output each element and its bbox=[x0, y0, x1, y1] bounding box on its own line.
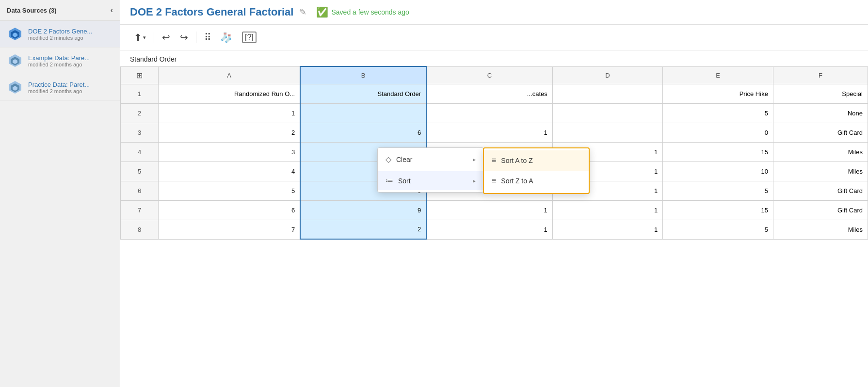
sidebar-item-modified-1: modified 2 months ago bbox=[28, 62, 90, 67]
cell-3-e[interactable]: 0 bbox=[663, 123, 773, 142]
sort-z-to-a-item[interactable]: ≡ Sort Z to A bbox=[484, 171, 589, 191]
row-num-3: 3 bbox=[121, 123, 159, 142]
export-icon: ⬆ bbox=[134, 32, 142, 43]
saved-check-icon: ✅ bbox=[316, 6, 328, 18]
cell-6-e[interactable]: 5 bbox=[663, 181, 773, 200]
cell-7-b[interactable]: 9 bbox=[300, 200, 426, 220]
undo-button[interactable]: ↩ bbox=[158, 29, 174, 46]
context-menu-clear-label: Clear bbox=[396, 156, 412, 163]
context-menu-clear-left: ◇ Clear bbox=[386, 155, 412, 164]
cell-7-d[interactable]: 1 bbox=[552, 200, 663, 220]
data-icon: ⠿ bbox=[204, 32, 210, 43]
sidebar-item-2[interactable]: Practice Data: Paret... modified 2 month… bbox=[0, 74, 120, 101]
sidebar-item-text-0: DOE 2 Factors Gene... modified 2 minutes… bbox=[28, 28, 92, 41]
sidebar-item-1[interactable]: Example Data: Pare... modified 2 months … bbox=[0, 48, 120, 74]
cell-8-f[interactable]: Miles bbox=[773, 220, 868, 239]
sidebar-collapse-button[interactable]: ‹ bbox=[111, 6, 113, 15]
col-header-rownum: ⊞ bbox=[121, 66, 159, 84]
sidebar-item-name-2: Practice Data: Paret... bbox=[28, 81, 90, 88]
cell-2-b[interactable] bbox=[300, 103, 426, 123]
export-dropdown-arrow: ▾ bbox=[143, 34, 146, 41]
select-all-icon[interactable]: ⊞ bbox=[136, 71, 143, 80]
chart-icon: 🧦 bbox=[220, 32, 232, 43]
help-button[interactable]: [?] bbox=[238, 29, 260, 46]
datasource-icon-0 bbox=[7, 26, 23, 42]
sheet-label: Standard Order bbox=[120, 50, 868, 66]
cell-4-f[interactable]: Miles bbox=[773, 142, 868, 161]
cell-3-a[interactable]: 2 bbox=[159, 123, 301, 142]
context-menu-sort-left: ≔ Sort bbox=[386, 176, 411, 185]
data-button[interactable]: ⠿ bbox=[200, 29, 214, 46]
sidebar-item-modified-0: modified 2 minutes ago bbox=[28, 35, 92, 41]
sort-submenu-arrow: ▸ bbox=[473, 177, 476, 184]
row-num-8: 8 bbox=[121, 220, 159, 239]
cell-1-f[interactable]: Special bbox=[773, 84, 868, 103]
col-header-a[interactable]: A bbox=[159, 66, 301, 84]
export-button[interactable]: ⬆ ▾ bbox=[130, 29, 150, 46]
cell-2-f[interactable]: None bbox=[773, 103, 868, 123]
cell-3-b[interactable]: 6 bbox=[300, 123, 426, 142]
row-num-5: 5 bbox=[121, 161, 159, 181]
context-menu-item-clear[interactable]: ◇ Clear ▸ bbox=[378, 150, 483, 169]
sort-submenu: ≡ Sort A to Z ≡ Sort Z to A bbox=[483, 147, 590, 194]
cell-4-e[interactable]: 15 bbox=[663, 142, 773, 161]
col-header-c[interactable]: C bbox=[426, 66, 552, 84]
cell-3-f[interactable]: Gift Card bbox=[773, 123, 868, 142]
chart-button[interactable]: 🧦 bbox=[216, 29, 236, 46]
row-num-1: 1 bbox=[121, 84, 159, 103]
sort-icon: ≔ bbox=[386, 176, 393, 185]
cell-2-e[interactable]: 5 bbox=[663, 103, 773, 123]
table-row: 3 2 6 1 0 Gift Card bbox=[121, 123, 868, 142]
col-header-d[interactable]: D bbox=[552, 66, 663, 84]
sidebar-item-text-1: Example Data: Pare... modified 2 months … bbox=[28, 54, 90, 67]
cell-1-e[interactable]: Price Hike bbox=[663, 84, 773, 103]
cell-3-c[interactable]: 1 bbox=[426, 123, 552, 142]
page-title: DOE 2 Factors General Factorial bbox=[130, 6, 293, 18]
title-bar: DOE 2 Factors General Factorial ✎ ✅ Save… bbox=[120, 0, 868, 25]
context-menu-divider bbox=[378, 170, 483, 170]
cell-1-d[interactable] bbox=[552, 84, 663, 103]
cell-1-c[interactable]: ...cates bbox=[426, 84, 552, 103]
cell-8-a[interactable]: 7 bbox=[159, 220, 301, 239]
datasource-icon-1 bbox=[7, 52, 23, 69]
cell-2-c[interactable] bbox=[426, 103, 552, 123]
cell-8-d[interactable]: 1 bbox=[552, 220, 663, 239]
sort-z-to-a-icon: ≡ bbox=[492, 177, 496, 185]
help-icon: [?] bbox=[242, 32, 257, 43]
sort-a-to-z-item[interactable]: ≡ Sort A to Z bbox=[484, 150, 589, 171]
col-header-f[interactable]: F bbox=[773, 66, 868, 84]
redo-button[interactable]: ↪ bbox=[176, 29, 192, 46]
cell-2-d[interactable] bbox=[552, 103, 663, 123]
cell-8-b[interactable]: 2 bbox=[300, 220, 426, 239]
cell-4-a[interactable]: 3 bbox=[159, 142, 301, 161]
toolbar: ⬆ ▾ ↩ ↪ ⠿ 🧦 [?] bbox=[120, 25, 868, 50]
toolbar-separator-1 bbox=[154, 32, 154, 43]
edit-title-icon[interactable]: ✎ bbox=[299, 7, 306, 17]
cell-1-a[interactable]: Randomized Run O... bbox=[159, 84, 301, 103]
cell-5-f[interactable]: Miles bbox=[773, 161, 868, 181]
cell-6-a[interactable]: 5 bbox=[159, 181, 301, 200]
cell-1-b[interactable]: Standard Order bbox=[300, 84, 426, 103]
context-menu-item-sort[interactable]: ≔ Sort ▸ bbox=[378, 171, 483, 190]
cell-5-e[interactable]: 10 bbox=[663, 161, 773, 181]
sidebar-title-area: Data Sources (3) bbox=[7, 7, 57, 14]
cell-2-a[interactable]: 1 bbox=[159, 103, 301, 123]
cell-7-a[interactable]: 6 bbox=[159, 200, 301, 220]
cell-6-f[interactable]: Gift Card bbox=[773, 181, 868, 200]
cell-5-a[interactable]: 4 bbox=[159, 161, 301, 181]
cell-8-e[interactable]: 5 bbox=[663, 220, 773, 239]
cell-3-d[interactable] bbox=[552, 123, 663, 142]
col-header-e[interactable]: E bbox=[663, 66, 773, 84]
cell-7-f[interactable]: Gift Card bbox=[773, 200, 868, 220]
cell-7-c[interactable]: 1 bbox=[426, 200, 552, 220]
cell-7-e[interactable]: 15 bbox=[663, 200, 773, 220]
redo-icon: ↪ bbox=[180, 32, 188, 43]
row-num-7: 7 bbox=[121, 200, 159, 220]
sidebar-item-modified-2: modified 2 months ago bbox=[28, 88, 90, 94]
sidebar-header: Data Sources (3) ‹ bbox=[0, 0, 120, 21]
col-header-b[interactable]: B bbox=[300, 66, 426, 84]
sidebar-item-text-2: Practice Data: Paret... modified 2 month… bbox=[28, 81, 90, 94]
sidebar-item-0[interactable]: DOE 2 Factors Gene... modified 2 minutes… bbox=[0, 21, 120, 48]
sort-z-to-a-label: Sort Z to A bbox=[501, 177, 533, 185]
cell-8-c[interactable]: 1 bbox=[426, 220, 552, 239]
